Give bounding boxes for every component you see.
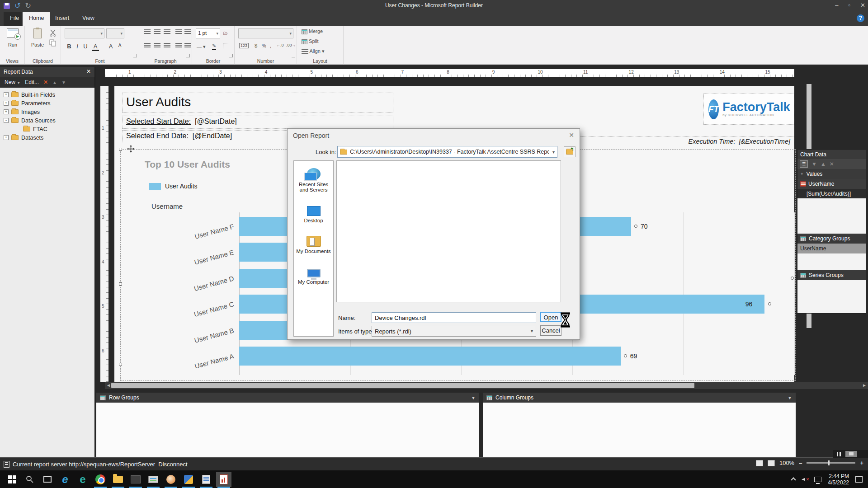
- align-center-icon[interactable]: [154, 43, 160, 48]
- tab-home[interactable]: Home: [23, 12, 50, 26]
- indent-increase-icon[interactable]: [184, 29, 191, 34]
- place-desktop[interactable]: Desktop: [304, 201, 323, 223]
- factorytalk-logo[interactable]: FT FactoryTalk by ROCKWELL AUTOMATION: [703, 94, 794, 125]
- column-groups-body[interactable]: [483, 403, 796, 457]
- zoom-out-icon[interactable]: –: [799, 460, 802, 466]
- shrink-font-button[interactable]: A: [116, 43, 123, 48]
- run-view-icon[interactable]: [768, 460, 775, 466]
- merge-button[interactable]: Merge: [302, 28, 323, 34]
- tree-item-data-sources[interactable]: -Data Sources: [0, 116, 94, 125]
- items-of-type-dropdown[interactable]: Reports (*.rdl) ▾: [372, 326, 536, 337]
- split-button[interactable]: Split: [302, 38, 318, 44]
- cut-icon[interactable]: [49, 29, 57, 37]
- report-data-close-icon[interactable]: ✕: [86, 68, 91, 75]
- bold-button[interactable]: B: [66, 43, 73, 50]
- border-style-icon[interactable]: — ▾: [197, 44, 206, 50]
- selection-handle[interactable]: [119, 148, 122, 151]
- tree-item-datasets[interactable]: +Datasets: [0, 133, 94, 142]
- align-right-icon[interactable]: [164, 43, 170, 48]
- dialog-close-icon[interactable]: ✕: [569, 131, 574, 139]
- move-up-icon[interactable]: ▲: [821, 161, 826, 167]
- tree-toggle-icon[interactable]: +: [4, 101, 9, 106]
- align-middle-icon[interactable]: [154, 29, 160, 34]
- font-color-button[interactable]: A: [92, 43, 99, 51]
- bar-user-name-a[interactable]: [239, 347, 621, 366]
- move-up-icon[interactable]: ▲: [52, 80, 57, 85]
- number-123-icon[interactable]: 123: [239, 43, 249, 48]
- decimal-decrease-icon[interactable]: .00→: [286, 43, 296, 47]
- tab-file[interactable]: File: [4, 12, 22, 26]
- align-bottom-icon[interactable]: [164, 29, 170, 34]
- underline-button[interactable]: U: [82, 43, 89, 50]
- scrollbar-thumb[interactable]: [111, 383, 694, 388]
- app-icon-puzzle[interactable]: [183, 474, 194, 485]
- comma-icon[interactable]: ,: [270, 43, 271, 48]
- start-date-textbox[interactable]: Selected Start Date: [@StartDate]: [122, 116, 393, 129]
- file-list[interactable]: [336, 160, 561, 302]
- align-left-icon[interactable]: [144, 43, 151, 48]
- delete-icon[interactable]: ✕: [43, 79, 48, 85]
- chrome-icon[interactable]: [95, 474, 106, 485]
- place-my-computer[interactable]: My Computer: [298, 262, 329, 285]
- tree-item-built-in-fields[interactable]: +Built-in Fields: [0, 90, 94, 99]
- task-view-icon[interactable]: [42, 474, 53, 485]
- tab-insert[interactable]: Insert: [49, 12, 75, 26]
- search-icon[interactable]: [24, 474, 35, 485]
- cancel-button[interactable]: Cancel: [540, 325, 561, 336]
- disconnect-link[interactable]: Disconnect: [158, 461, 187, 468]
- execution-time-textbox[interactable]: Execution Time: [&ExecutionTime]: [579, 136, 794, 148]
- border-width-combo[interactable]: 1 pt▾: [196, 28, 220, 38]
- paste-button[interactable]: Paste: [28, 28, 47, 47]
- app-icon-monitor[interactable]: [148, 474, 159, 485]
- properties-icon[interactable]: ☰: [800, 160, 808, 168]
- currency-icon[interactable]: $: [255, 43, 257, 48]
- file-explorer-icon[interactable]: [113, 474, 123, 485]
- start-button[interactable]: [7, 474, 18, 485]
- tree-toggle-icon[interactable]: +: [4, 135, 9, 140]
- network-icon[interactable]: [814, 477, 821, 482]
- tree-item-images[interactable]: +Images: [0, 108, 94, 116]
- number-format-combo[interactable]: ▾: [238, 28, 293, 38]
- selection-handle[interactable]: [119, 282, 122, 286]
- action-center-icon[interactable]: [855, 476, 863, 483]
- column-groups-chevron-icon[interactable]: ▼: [788, 395, 792, 400]
- maximize-button[interactable]: ▫: [848, 2, 850, 9]
- fill-color-icon[interactable]: 🗁: [223, 30, 228, 36]
- run-button[interactable]: ▶ Run: [4, 28, 22, 47]
- percent-icon[interactable]: %: [262, 43, 266, 48]
- zoom-slider-thumb[interactable]: [828, 460, 830, 465]
- close-button[interactable]: ✕: [860, 2, 865, 9]
- number-list-icon[interactable]: [184, 43, 191, 48]
- tree-toggle-icon[interactable]: +: [4, 92, 9, 97]
- move-down-icon[interactable]: ▼: [61, 80, 66, 85]
- align-top-icon[interactable]: [144, 29, 151, 34]
- name-input[interactable]: Device Changes.rdl: [372, 312, 536, 323]
- tree-item-parameters[interactable]: +Parameters: [0, 99, 94, 108]
- tab-view[interactable]: View: [76, 12, 101, 26]
- move-down-icon[interactable]: ▼: [811, 161, 817, 167]
- scroll-left-icon[interactable]: ◄: [106, 383, 111, 388]
- values-item-username[interactable]: UserName: [797, 179, 866, 189]
- zoom-slider[interactable]: [807, 462, 855, 464]
- border-dialog-launcher[interactable]: [229, 54, 233, 57]
- pause-icon[interactable]: [837, 452, 841, 456]
- snapshot-icon[interactable]: [845, 451, 857, 457]
- place-recent-sites-and-servers[interactable]: Recent Sites and Servers: [294, 164, 333, 192]
- scroll-right-icon[interactable]: ►: [862, 383, 867, 388]
- align-button[interactable]: Align ▾: [302, 48, 325, 54]
- number-dialog-launcher[interactable]: [292, 54, 295, 57]
- app-icon-report-grid[interactable]: [201, 474, 212, 485]
- help-icon[interactable]: ?: [857, 14, 864, 22]
- category-item-username[interactable]: UserName: [797, 244, 866, 253]
- font-name-combo[interactable]: ▾: [65, 28, 104, 38]
- zoom-in-icon[interactable]: +: [860, 460, 863, 466]
- border-grid-icon[interactable]: [223, 43, 229, 49]
- new-button[interactable]: New ▼: [5, 79, 20, 85]
- edit-button[interactable]: Edit...: [25, 79, 39, 85]
- font-size-combo[interactable]: ▾: [106, 28, 124, 38]
- internet-explorer-icon[interactable]: e: [60, 474, 71, 485]
- copy-icon[interactable]: [49, 39, 57, 47]
- font-dialog-launcher[interactable]: [133, 54, 137, 57]
- app-icon-dark[interactable]: [130, 474, 141, 485]
- app-icon-wrench[interactable]: [165, 474, 176, 485]
